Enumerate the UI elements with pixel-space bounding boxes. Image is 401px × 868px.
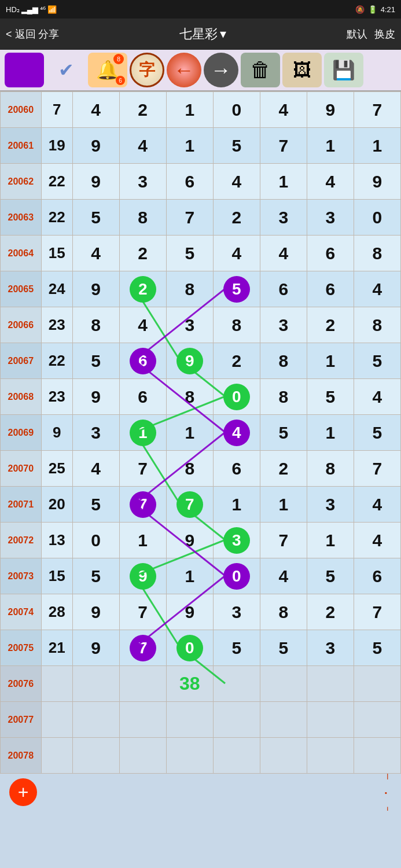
table-cell[interactable]: 38 [166,666,213,702]
table-cell[interactable]: 5 [260,630,307,666]
table-cell[interactable]: 21 [41,630,72,666]
table-cell[interactable] [119,666,166,702]
table-cell[interactable]: 5 [72,487,119,523]
table-cell[interactable] [354,738,400,774]
table-cell[interactable]: 4 [119,307,166,343]
share-button[interactable]: 分享 [38,27,59,41]
table-cell[interactable]: 8 [354,236,400,271]
table-cell[interactable] [41,702,72,738]
table-cell[interactable]: 4 [213,415,260,451]
table-cell[interactable]: 9 [72,128,119,164]
table-cell[interactable]: 1 [307,128,354,164]
table-cell[interactable]: 6 [166,164,213,200]
table-cell[interactable]: 8 [260,379,307,415]
table-cell[interactable] [260,738,307,774]
table-cell[interactable]: 9 [119,558,166,594]
table-cell[interactable]: 3 [307,200,354,236]
table-cell[interactable]: 9 [72,630,119,666]
table-cell[interactable]: 3 [213,523,260,558]
table-cell[interactable]: 5 [72,343,119,379]
table-cell[interactable]: 5 [213,271,260,307]
table-cell[interactable]: 9 [72,271,119,307]
table-cell[interactable] [307,666,354,702]
back-button[interactable]: < 返回 [6,27,36,41]
nav-left[interactable]: < 返回 分享 [6,27,59,41]
table-cell[interactable]: 6 [119,343,166,379]
table-cell[interactable]: 5 [354,630,400,666]
table-cell[interactable] [41,738,72,774]
table-cell[interactable]: 8 [260,594,307,630]
tool-fwd-arrow[interactable]: → [204,53,238,87]
table-cell[interactable]: 0 [213,92,260,128]
table-cell[interactable]: 1 [213,487,260,523]
table-cell[interactable]: 7 [260,128,307,164]
table-cell[interactable]: 25 [41,451,72,487]
table-cell[interactable] [119,738,166,774]
table-cell[interactable]: 15 [41,558,72,594]
table-cell[interactable]: 1 [166,415,213,451]
table-cell[interactable] [72,738,119,774]
table-cell[interactable] [119,702,166,738]
table-cell[interactable]: 22 [41,200,72,236]
table-cell[interactable]: 0 [213,379,260,415]
table-cell[interactable]: 7 [260,523,307,558]
table-cell[interactable] [72,666,119,702]
table-cell[interactable]: 4 [354,487,400,523]
table-cell[interactable]: 7 [119,630,166,666]
table-cell[interactable]: 6 [119,379,166,415]
table-cell[interactable]: 9 [72,164,119,200]
tool-zi[interactable]: 字 [130,53,164,87]
table-cell[interactable]: 7 [119,487,166,523]
table-cell[interactable] [41,666,72,702]
table-cell[interactable]: 23 [41,307,72,343]
table-cell[interactable]: 7 [119,451,166,487]
table-cell[interactable]: 3 [166,307,213,343]
table-cell[interactable]: 7 [354,92,400,128]
table-cell[interactable]: 5 [213,630,260,666]
nav-title[interactable]: 七星彩 ▾ [179,25,226,43]
table-cell[interactable]: 8 [260,343,307,379]
table-cell[interactable] [166,702,213,738]
table-cell[interactable]: 1 [166,128,213,164]
table-cell[interactable]: 6 [260,271,307,307]
table-cell[interactable] [213,666,260,702]
skin-button[interactable]: 换皮 [374,27,395,41]
table-cell[interactable]: 2 [213,343,260,379]
table-cell[interactable] [354,666,400,702]
tool-photo[interactable]: 🖼 [282,53,322,87]
tool-check[interactable]: ✔ [46,53,86,87]
table-cell[interactable]: 7 [41,92,72,128]
table-cell[interactable]: 8 [72,307,119,343]
table-cell[interactable]: 8 [166,271,213,307]
table-cell[interactable]: 6 [307,271,354,307]
table-cell[interactable]: 6 [307,236,354,271]
table-cell[interactable] [307,738,354,774]
table-cell[interactable]: 2 [119,92,166,128]
table-cell[interactable]: 3 [72,415,119,451]
table-cell[interactable]: 5 [72,558,119,594]
table-cell[interactable]: 0 [166,630,213,666]
table-cell[interactable]: 9 [72,594,119,630]
table-cell[interactable]: 9 [41,415,72,451]
table-cell[interactable]: 19 [41,128,72,164]
table-cell[interactable]: 4 [260,236,307,271]
table-cell[interactable]: 9 [166,594,213,630]
table-cell[interactable]: 3 [260,200,307,236]
table-cell[interactable]: 0 [354,200,400,236]
table-cell[interactable]: 2 [307,594,354,630]
table-cell[interactable]: 22 [41,343,72,379]
table-cell[interactable]: 8 [213,307,260,343]
table-cell[interactable]: 15 [41,236,72,271]
table-cell[interactable] [213,702,260,738]
table-cell[interactable]: 7 [166,487,213,523]
table-cell[interactable]: 3 [307,630,354,666]
table-cell[interactable]: 1 [119,523,166,558]
table-cell[interactable]: 8 [119,200,166,236]
table-cell[interactable]: 2 [307,307,354,343]
table-cell[interactable] [166,738,213,774]
table-cell[interactable]: 7 [119,594,166,630]
table-cell[interactable]: 9 [166,523,213,558]
table-cell[interactable]: 4 [72,236,119,271]
table-cell[interactable]: 5 [354,343,400,379]
table-cell[interactable]: 9 [354,164,400,200]
